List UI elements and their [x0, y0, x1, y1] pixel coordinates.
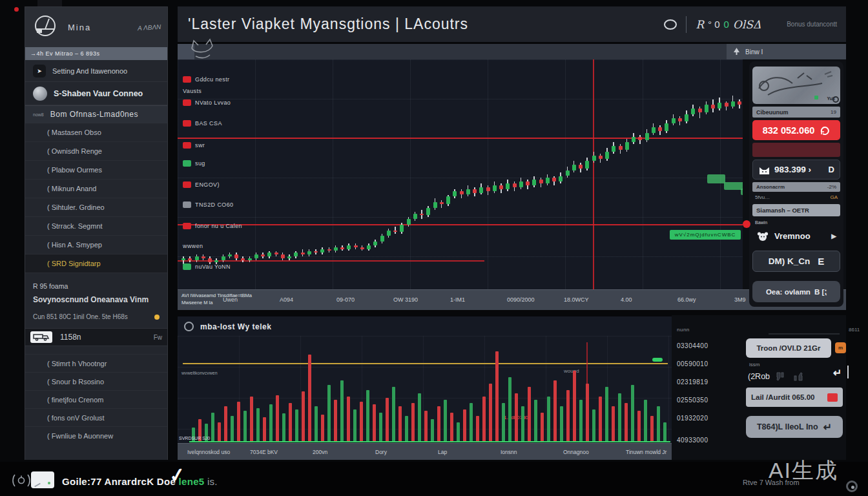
volume-bar — [650, 416, 654, 442]
sidebar-menu-item[interactable]: ( Ownisdh Renge — [25, 142, 167, 161]
indicator-label[interactable]: nuVau YoNN — [183, 264, 231, 270]
info-line-2: Sovynoscnund Oneanava Vinm — [33, 295, 160, 304]
trade-panel: Yuk Cibeuunum 19 832 052.060 983.399 › D… — [749, 61, 843, 307]
sidebar-menu-item[interactable]: ( Mastasen Obso — [25, 123, 167, 142]
panel-button-2[interactable]: Oea: ovlamn B [⁏ — [752, 281, 840, 302]
volume-bar — [360, 402, 363, 442]
indicator-label[interactable]: TNS2D CO60 — [183, 202, 234, 208]
sidebar-menu-item[interactable]: ( Strrack. Segmnt — [25, 217, 167, 236]
sidebar-menu-item[interactable]: ( Plabow Ourmes — [25, 161, 167, 180]
indicator-label[interactable]: Gddcu nestr — [183, 76, 229, 83]
volume-bar — [347, 397, 350, 442]
volume-bar — [321, 415, 324, 442]
sidebar-info-block: R 95 foama Sovynoscnund Oneanava Vinm Cu… — [25, 273, 167, 320]
account-row[interactable]: Vremnoo ▶ — [752, 226, 840, 245]
axis-note-line2: Mwseene M la — [181, 300, 252, 307]
volume-bar — [269, 404, 273, 442]
account-name: Vremnoo — [774, 231, 811, 241]
ring-icon[interactable] — [664, 19, 677, 30]
volume-x-axis[interactable]: Ivelqnnoskod uso7034E bKV200vnDoryLapIon… — [178, 443, 672, 460]
sidebar-menu-item[interactable]: ( fons onV Grolust — [25, 408, 167, 426]
thumb-down-icon[interactable] — [776, 371, 787, 382]
alert-dot — [743, 220, 750, 228]
score-suffix: OlSΔ — [733, 18, 761, 31]
volume-y-label: nunn — [677, 327, 690, 333]
volume-bar — [411, 403, 415, 442]
volume-bar — [218, 422, 221, 442]
indicator-label[interactable]: swr — [183, 142, 205, 149]
sidebar-item-vehicle[interactable]: 1158n Fw — [25, 328, 167, 346]
panel-button-1-label: DM) K_Cn — [769, 256, 811, 266]
main-x-axis[interactable]: AVI IWvaseamd Tinsdiflae=tBMa Mwseene M … — [178, 289, 846, 310]
x-tick-label: Uwen — [223, 296, 238, 303]
sidebar-menu-item[interactable]: ( Fwnliue b Auonnew — [25, 426, 167, 444]
sidebar-menu-item[interactable]: ( SRD Signidtarp — [25, 254, 167, 273]
selector-bar[interactable]: Siamansh – OETR — [752, 204, 840, 216]
sidebar-item-profile[interactable]: S-Shaben Vaur Conneo — [25, 82, 167, 105]
volume-bar — [637, 411, 641, 442]
sell-button[interactable]: 832 052.060 — [752, 120, 840, 140]
header-divider — [686, 16, 687, 33]
promo-card[interactable]: Yuk — [752, 67, 840, 104]
indicator-label[interactable]: sug — [183, 160, 205, 167]
volume-bar — [250, 397, 253, 442]
return-arrow-icon[interactable]: ↵ — [833, 367, 842, 379]
buy-suffix: D — [829, 165, 834, 174]
bonus-label[interactable]: Bonus dutancontt — [787, 21, 837, 28]
indicator-label-text: nuVau YoNN — [195, 264, 231, 270]
sidebar-section-header[interactable]: now8 Bom Ofnnas-Lmad0nes — [25, 105, 167, 123]
sidebar-menu-item[interactable]: ( Miknun Anand — [25, 180, 167, 198]
volume-bar — [605, 387, 608, 442]
volume-y-label: 02319819 — [677, 378, 708, 386]
volume-bar — [463, 409, 466, 442]
green-flag-icon — [183, 264, 191, 270]
sidebar-menu-item[interactable]: ( finetjfou Crenom — [25, 390, 167, 408]
red-flag-icon — [183, 120, 191, 127]
indicator-label[interactable]: BAS CSA — [183, 120, 222, 127]
sidebar-item-label: Setting And Itawenonoo — [52, 67, 127, 75]
orange-badge[interactable]: m — [835, 342, 846, 353]
volume-bars-layer[interactable] — [178, 335, 672, 442]
clock-icon[interactable] — [184, 322, 194, 331]
indicator-label[interactable]: NVato Lvvao — [183, 99, 231, 106]
sidebar-item-settings[interactable]: ➤ Setting And Itawenonoo — [25, 60, 167, 82]
avatar — [33, 87, 47, 101]
sidebar-menu-item[interactable]: ( Sihtuler. Grdineo — [25, 198, 167, 217]
volume-x-tick-label: 7034E bKV — [250, 449, 278, 455]
indicator-label[interactable]: ENGOV) — [183, 181, 220, 188]
indicator-label-text: ENGOV) — [195, 181, 220, 188]
panel-button-1[interactable]: DM) K_Cn E — [752, 251, 840, 272]
sidebar-menu-item[interactable]: ( Snour b Rsosino — [25, 372, 167, 390]
scroll-handle[interactable] — [847, 366, 849, 378]
sidebar-bottom-menu: ( Stimrt h Vhootngr( Snour b Rsosino( fi… — [25, 354, 167, 444]
sidebar-menu-item[interactable]: ( Stimrt h Vhootngr — [25, 354, 167, 372]
stat-name: Ansonacrm — [756, 184, 785, 190]
audit-button[interactable]: Lail /Aurdit 065.00 — [746, 388, 843, 407]
volume-bar — [424, 411, 428, 442]
action-button[interactable]: T864)L lleoL Ino ↵ — [746, 416, 843, 438]
check-icon[interactable]: ✓ — [168, 462, 187, 487]
indicator-label[interactable]: fonor nu u Calen — [183, 223, 242, 229]
volume-y-label: 01932020 — [677, 415, 708, 422]
status-text-main: Goile:77 AnrardrcK Doe — [62, 476, 179, 487]
volume-bar — [502, 403, 505, 442]
tiny-label: Bawin — [755, 220, 767, 225]
volume-x-tick-label: Ivelqnnoskod uso — [187, 449, 230, 455]
profile-name: S-Shaben Vaur Conneo — [54, 89, 143, 98]
status-thumbnail[interactable] — [31, 471, 54, 488]
chart-tab[interactable]: Binw I — [727, 44, 846, 59]
buy-button[interactable]: 983.399 › D — [752, 160, 840, 180]
buy-price: 983.399 › — [774, 165, 811, 174]
indicator-label[interactable]: wwwen — [183, 243, 203, 249]
timeframe-button[interactable]: Troon /OVI.D 21Gr — [746, 338, 831, 358]
indicator-label[interactable]: Vausts — [183, 88, 202, 94]
paw-icon[interactable] — [12, 473, 31, 488]
thumb-up-icon[interactable] — [792, 371, 803, 382]
mini-row: 5fvu… GA — [752, 194, 840, 200]
green-flag-icon — [183, 160, 191, 167]
instrument-bar[interactable]: Cibeuunum 19 — [752, 107, 840, 118]
sidebar-menu-item[interactable]: ( Hisn A. Smypep — [25, 236, 167, 254]
panel-button-2-icons: B [⁏ — [814, 287, 827, 296]
volume-x-tick-label: Dory — [375, 449, 387, 455]
info-line-3: Cun 851 80C 1inil One. 5te H68s — [33, 313, 160, 320]
